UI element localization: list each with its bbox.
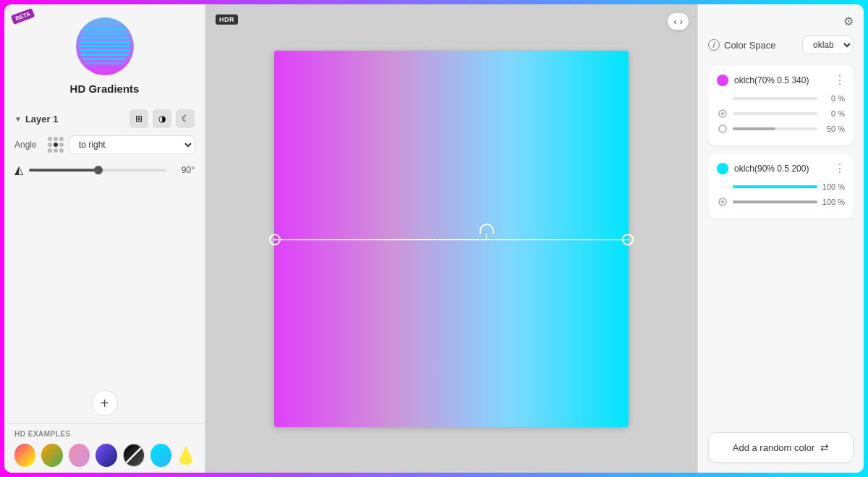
example-5-icon: [124, 444, 144, 467]
add-random-button[interactable]: Add a random color ⇄: [708, 432, 854, 463]
examples-section: HD EXAMPLES: [4, 423, 205, 473]
examples-row: [14, 444, 195, 467]
hdr-badge: HDR: [216, 14, 238, 25]
angle-slider-icon: ◭: [14, 163, 23, 177]
color-stop-card-2: oklch(90% 0.5 200) ⋮ 100 % 100 %: [708, 154, 854, 219]
gradient-stop-left[interactable]: [269, 234, 281, 245]
layer-moon-icon[interactable]: ☾: [176, 109, 195, 128]
stop-1-slider-c-icon: [717, 123, 728, 135]
dot-tr[interactable]: [59, 137, 64, 141]
svg-line-0: [125, 447, 142, 464]
stop-1-slider-c: 50 %: [717, 123, 845, 135]
example-1[interactable]: [14, 444, 35, 467]
angle-select[interactable]: to right to left to top to bottom: [69, 135, 195, 154]
more-icon-2[interactable]: ⋮: [834, 161, 845, 175]
gradient-midpoint-handle[interactable]: [480, 224, 494, 240]
angle-slider-value: 90°: [173, 165, 195, 175]
nav-arrows: ‹ ›: [668, 13, 689, 30]
dot-tm[interactable]: [54, 137, 58, 141]
beta-badge: BETA: [11, 8, 35, 25]
color-space-row: i Color Space oklab oklch srgb hsl: [708, 35, 854, 54]
stop-2-slider-a-value: 100 %: [822, 182, 845, 191]
prev-arrow[interactable]: ‹: [673, 16, 676, 27]
angle-label: Angle: [14, 140, 42, 150]
color-space-select[interactable]: oklab oklch srgb hsl: [802, 35, 854, 54]
angle-slider-thumb[interactable]: [94, 166, 103, 174]
svg-point-5: [721, 200, 724, 203]
stop-1-slider-b-value: 0 %: [822, 109, 845, 118]
gradient-guide-line: [274, 239, 629, 240]
gradient-canvas[interactable]: [274, 51, 629, 427]
settings-button[interactable]: ⚙: [843, 14, 854, 28]
layer-header: ▼ Layer 1 ⊞ ◑ ☾: [14, 109, 195, 128]
color-stop-card-1: oklch(70% 0.5 340) ⋮ 0 % 0 %: [708, 66, 854, 145]
layer-title: ▼ Layer 1: [14, 114, 58, 124]
color-stop-name-2: oklch(90% 0.5 200): [734, 164, 828, 174]
more-icon-1[interactable]: ⋮: [834, 73, 845, 87]
dot-br[interactable]: [59, 148, 64, 153]
dot-bm[interactable]: [54, 148, 58, 153]
sidebar-section: ▼ Layer 1 ⊞ ◑ ☾ Angle: [4, 102, 205, 383]
stop-2-slider-b-track[interactable]: [733, 200, 817, 203]
stop-2-slider-b-value: 100 %: [822, 198, 845, 206]
canvas-area: HDR ‹ ›: [205, 4, 697, 473]
example-7[interactable]: [177, 446, 195, 465]
examples-title: HD EXAMPLES: [14, 430, 195, 438]
color-stop-name-1: oklch(70% 0.5 340): [734, 75, 828, 85]
layer-collapse-icon[interactable]: ▼: [14, 115, 22, 123]
stop-2-slider-a-track[interactable]: [733, 185, 817, 188]
layer-grid-icon[interactable]: ⊞: [129, 109, 148, 128]
dot-mr[interactable]: [59, 143, 64, 147]
stop-2-slider-a-fill: [733, 185, 817, 188]
logo-lines: [76, 17, 134, 75]
example-4[interactable]: [95, 444, 116, 467]
app-title: HD Gradients: [70, 83, 140, 95]
stop-1-slider-c-value: 50 %: [822, 124, 845, 133]
example-3[interactable]: [69, 444, 90, 467]
direction-dots[interactable]: [48, 137, 64, 153]
angle-slider-track[interactable]: [29, 169, 167, 172]
stop-2-slider-a-icon: [717, 181, 728, 193]
stop-2-slider-b: 100 %: [717, 196, 845, 208]
stop-2-slider-b-fill: [733, 200, 817, 203]
color-space-label: Color Space: [724, 40, 798, 51]
color-stop-header-1: oklch(70% 0.5 340) ⋮: [717, 73, 845, 87]
color-dot-2[interactable]: [717, 163, 728, 174]
angle-row: Angle to right to left to top to b: [14, 135, 195, 154]
layer-icons: ⊞ ◑ ☾: [129, 109, 195, 128]
svg-point-2: [721, 112, 724, 115]
dot-tl[interactable]: [48, 137, 52, 141]
dot-mm[interactable]: [54, 143, 58, 147]
color-stop-header-2: oklch(90% 0.5 200) ⋮: [717, 161, 845, 175]
example-6[interactable]: [150, 444, 171, 467]
info-icon: i: [708, 39, 720, 51]
dot-ml[interactable]: [48, 143, 52, 147]
stop-1-slider-c-fill: [733, 127, 775, 130]
layer-half-circle-icon[interactable]: ◑: [153, 109, 171, 128]
stop-2-slider-a: 100 %: [717, 181, 845, 193]
midpoint-tick: [486, 234, 487, 240]
sidebar-top: BETA HD Gradients: [4, 4, 205, 102]
stop-1-slider-c-track[interactable]: [733, 127, 817, 130]
midpoint-arch[interactable]: [480, 224, 494, 234]
stop-1-slider-b: 0 %: [717, 108, 845, 119]
dot-bl[interactable]: [48, 148, 52, 153]
stop-1-slider-b-track[interactable]: [733, 112, 817, 115]
sidebar: BETA HD Gradients ▼: [4, 4, 205, 473]
gradient-stop-right[interactable]: [622, 234, 634, 245]
example-2[interactable]: [41, 444, 62, 467]
color-dot-1[interactable]: [717, 75, 728, 86]
settings-icon-row: ⚙: [708, 14, 854, 28]
example-5[interactable]: [123, 444, 145, 467]
angle-slider-row: ◭ 90°: [14, 163, 195, 177]
add-random-label: Add a random color: [733, 442, 814, 453]
main-container: BETA HD Gradients ▼: [4, 4, 864, 473]
shuffle-icon: ⇄: [820, 442, 829, 453]
add-layer-button[interactable]: +: [92, 390, 118, 416]
next-arrow[interactable]: ›: [680, 16, 683, 27]
stop-1-slider-a-icon: [717, 93, 728, 104]
app-logo: [76, 17, 134, 75]
angle-slider-fill: [29, 169, 98, 172]
stop-1-slider-a: 0 %: [717, 93, 845, 104]
stop-1-slider-a-track[interactable]: [733, 97, 817, 100]
